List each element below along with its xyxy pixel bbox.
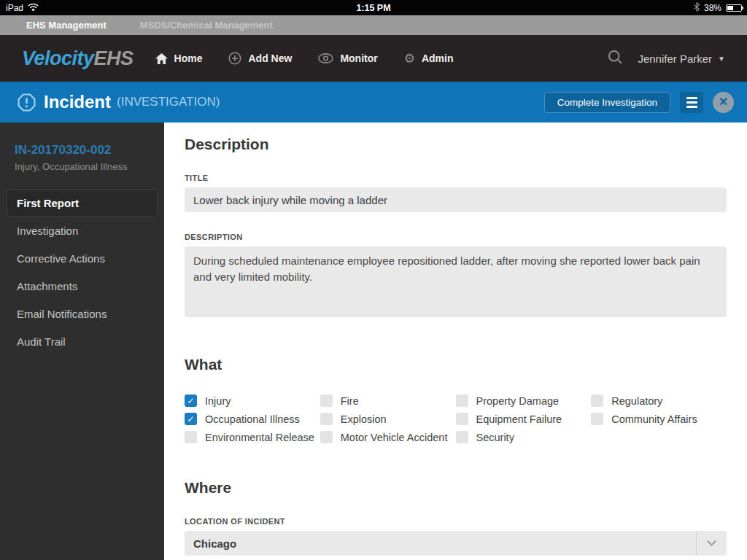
sidebar-item-attachments[interactable]: Attachments	[7, 273, 158, 300]
checkbox-row-property-damage[interactable]: Property Damage	[456, 394, 592, 407]
sidebar-item-email-notifications[interactable]: Email Notifications	[7, 300, 158, 327]
checkbox-row-equipment-failure[interactable]: Equipment Failure	[456, 413, 592, 425]
nav-items: HomeAdd NewMonitor⚙Admin	[155, 52, 454, 65]
chevron-down-icon: ▼	[718, 55, 725, 63]
checkbox-row-environmental-release[interactable]: Environmental Release	[185, 431, 320, 443]
title-field-label: TITLE	[185, 174, 727, 182]
hamburger-menu-button[interactable]	[680, 92, 703, 113]
search-icon[interactable]	[608, 50, 623, 68]
what-column: ✓Injury✓Occupational IllnessEnvironmenta…	[185, 394, 320, 443]
battery-icon	[726, 4, 742, 12]
checkbox-label: Environmental Release	[205, 432, 314, 443]
checkbox-regulatory[interactable]	[591, 394, 603, 407]
sidebar-menu: First ReportInvestigationCorrective Acti…	[0, 190, 164, 355]
nav-item-label: Monitor	[340, 52, 377, 64]
checkbox-row-occupational-illness[interactable]: ✓Occupational Illness	[185, 413, 320, 425]
checkbox-fire[interactable]	[320, 394, 333, 407]
add-icon	[228, 52, 241, 65]
velocityehs-logo: VelocityEHS	[22, 47, 133, 70]
page-subtitle: (INVESTIGATION)	[117, 95, 220, 109]
checkbox-label: Equipment Failure	[476, 413, 562, 425]
record-id: IN-20170320-002	[15, 143, 151, 158]
sidebar-item-first-report[interactable]: First Report	[7, 190, 158, 217]
checkbox-security[interactable]	[456, 431, 468, 443]
description-textarea[interactable]: During scheduled maintenance employee re…	[185, 246, 727, 317]
checkbox-occupational-illness[interactable]: ✓	[185, 413, 197, 425]
nav-item-label: Admin	[422, 52, 454, 64]
close-button[interactable]: ×	[713, 92, 734, 113]
checkbox-label: Regulatory	[611, 395, 662, 407]
tab-bar: EHS ManagementMSDS/Chemical Management	[0, 15, 747, 35]
tab-ehs-management[interactable]: EHS Management	[26, 20, 107, 31]
tab-msds-chemical-management[interactable]: MSDS/Chemical Management	[140, 20, 273, 31]
main-content: Description TITLE Lower back injury whil…	[164, 122, 747, 560]
checkbox-label: Security	[476, 432, 514, 443]
checkbox-label: Property Damage	[476, 395, 560, 407]
checkbox-property-damage[interactable]	[456, 394, 468, 407]
checkbox-row-regulatory[interactable]: Regulatory	[591, 394, 727, 407]
bluetooth-icon	[694, 1, 700, 15]
incident-header: Incident (INVESTIGATION) Complete Invest…	[0, 82, 747, 122]
location-select[interactable]: Chicago	[185, 531, 727, 556]
nav-item-label: Home	[174, 52, 203, 64]
description-section-heading: Description	[185, 136, 727, 153]
page-title: Incident	[44, 92, 111, 112]
sidebar-item-investigation[interactable]: Investigation	[7, 217, 158, 244]
where-section-heading: Where	[185, 479, 727, 497]
location-field-label: LOCATION OF INCIDENT	[185, 517, 727, 526]
title-input[interactable]: Lower back injury while moving a ladder	[185, 187, 727, 212]
chevron-down-icon	[707, 537, 716, 546]
nav-item-home[interactable]: Home	[155, 52, 203, 64]
record-subtitle: Injury, Occupational Illness	[15, 161, 151, 172]
checkbox-equipment-failure[interactable]	[456, 413, 468, 425]
checkbox-injury[interactable]: ✓	[185, 394, 197, 407]
checkbox-label: Injury	[205, 395, 231, 407]
user-menu[interactable]: Jennifer Parker ▼	[638, 52, 725, 65]
checkbox-label: Fire	[341, 395, 359, 407]
checkbox-row-security[interactable]: Security	[456, 431, 592, 443]
checkbox-explosion[interactable]	[320, 413, 333, 425]
checkbox-row-explosion[interactable]: Explosion	[320, 413, 456, 425]
checkbox-row-injury[interactable]: ✓Injury	[185, 394, 320, 407]
checkbox-label: Community Affairs	[611, 413, 697, 425]
wifi-icon	[28, 1, 39, 15]
what-grid: ✓Injury✓Occupational IllnessEnvironmenta…	[185, 394, 727, 443]
checkbox-label: Motor Vehicle Accident	[341, 432, 448, 443]
checkbox-environmental-release[interactable]	[185, 431, 197, 443]
status-time: 1:15 PM	[356, 3, 390, 13]
description-textarea-value: During scheduled maintenance employee re…	[193, 254, 700, 283]
description-field-label: DESCRIPTION	[185, 233, 727, 241]
checkbox-label: Occupational Illness	[205, 413, 300, 425]
checkbox-row-motor-vehicle-accident[interactable]: Motor Vehicle Accident	[320, 431, 456, 443]
checkbox-row-community-affairs[interactable]: Community Affairs	[591, 413, 727, 425]
device-label: iPad	[6, 3, 23, 13]
checkbox-community-affairs[interactable]	[591, 413, 603, 425]
what-column: Property DamageEquipment FailureSecurity	[456, 394, 592, 443]
incident-alert-icon	[18, 93, 36, 112]
logo-part-2: EHS	[94, 47, 133, 69]
home-icon	[155, 53, 168, 64]
checkbox-label: Explosion	[341, 413, 387, 425]
location-select-value: Chicago	[193, 537, 236, 550]
nav-item-label: Add New	[248, 52, 292, 64]
what-section-heading: What	[185, 356, 727, 373]
checkbox-motor-vehicle-accident[interactable]	[320, 431, 333, 443]
select-arrow-zone[interactable]	[696, 531, 727, 556]
sidebar-item-corrective-actions[interactable]: Corrective Actions	[7, 245, 158, 272]
complete-investigation-button[interactable]: Complete Investigation	[544, 92, 670, 113]
admin-icon: ⚙	[404, 52, 415, 65]
ios-status-bar: iPad 1:15 PM 38%	[0, 0, 747, 15]
nav-item-add-new[interactable]: Add New	[228, 52, 292, 65]
title-input-value: Lower back injury while moving a ladder	[193, 194, 387, 206]
user-name: Jennifer Parker	[638, 52, 712, 65]
record-sidebar: IN-20170320-002 Injury, Occupational Ill…	[0, 122, 164, 560]
battery-percent: 38%	[704, 3, 721, 13]
sidebar-item-audit-trail[interactable]: Audit Trail	[7, 328, 158, 355]
nav-item-monitor[interactable]: Monitor	[318, 52, 377, 64]
nav-item-admin[interactable]: ⚙Admin	[404, 52, 454, 65]
checkbox-row-fire[interactable]: Fire	[320, 394, 456, 407]
what-column: RegulatoryCommunity Affairs	[591, 394, 727, 443]
what-column: FireExplosionMotor Vehicle Accident	[320, 394, 456, 443]
top-nav-bar: VelocityEHS HomeAdd NewMonitor⚙Admin Jen…	[0, 35, 747, 82]
monitor-icon	[318, 53, 333, 63]
